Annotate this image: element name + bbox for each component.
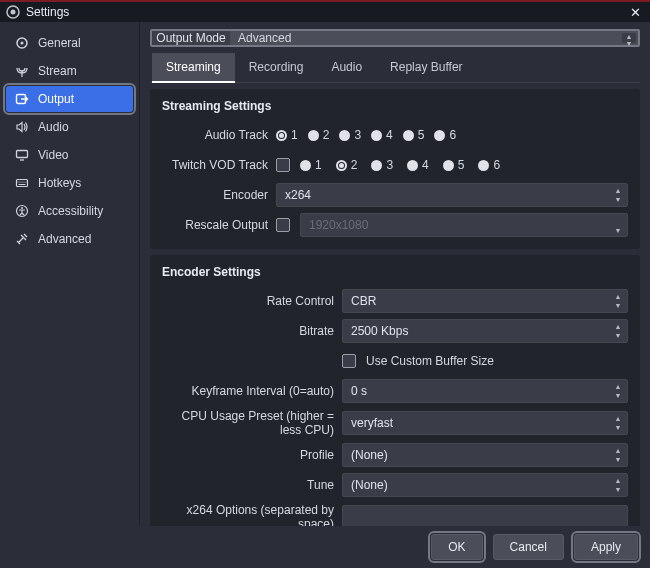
output-mode-value: Advanced (238, 31, 291, 45)
spinner-icon[interactable]: ▲▼ (611, 322, 625, 340)
rescale-row: Rescale Output 1920x1080 ▼ (162, 213, 628, 237)
monitor-icon (14, 148, 30, 162)
twitch-vod-radio-1[interactable]: 1 (300, 158, 322, 172)
speaker-icon (14, 120, 30, 134)
dropdown-stepper-icon[interactable]: ▲▼ (611, 292, 625, 310)
sidebar-item-audio[interactable]: Audio (6, 114, 133, 140)
tab-replay-buffer[interactable]: Replay Buffer (376, 53, 477, 82)
tune-label: Tune (162, 478, 342, 492)
audio-track-radio-3[interactable]: 3 (339, 128, 361, 142)
dropdown-stepper-icon[interactable]: ▲▼ (611, 414, 625, 432)
tune-select[interactable]: (None)▲▼ (342, 473, 628, 497)
tab-recording[interactable]: Recording (235, 53, 318, 82)
bitrate-input[interactable]: 2500 Kbps▲▼ (342, 319, 628, 343)
twitch-vod-radio-3[interactable]: 3 (371, 158, 393, 172)
encoder-row: Encoder x264 ▲▼ (162, 183, 628, 207)
output-mode-select[interactable]: Advanced ▲▼ (230, 31, 638, 45)
spinner-icon[interactable]: ▲▼ (611, 382, 625, 400)
svg-point-1 (11, 10, 16, 15)
sidebar-item-label: Audio (38, 120, 69, 134)
ok-button[interactable]: OK (431, 534, 482, 560)
encoder-select[interactable]: x264 ▲▼ (276, 183, 628, 207)
sidebar-item-advanced[interactable]: Advanced (6, 226, 133, 252)
dropdown-stepper-icon[interactable]: ▲▼ (611, 186, 625, 204)
rescale-checkbox[interactable] (276, 218, 290, 232)
streaming-settings-panel: Streaming Settings Audio Track 1 2 3 4 5… (150, 89, 640, 249)
twitch-vod-radio-6[interactable]: 6 (478, 158, 500, 172)
audio-track-radio-6[interactable]: 6 (434, 128, 456, 142)
audio-track-label: Audio Track (162, 128, 276, 142)
twitch-vod-radio-4[interactable]: 4 (407, 158, 429, 172)
close-icon[interactable]: ✕ (626, 5, 644, 20)
encoder-settings-heading: Encoder Settings (162, 265, 628, 279)
x264-opts-label: x264 Options (separated by space) (162, 503, 342, 526)
keyframe-input[interactable]: 0 s▲▼ (342, 379, 628, 403)
twitch-vod-row: Twitch VOD Track 1 2 3 4 5 6 (162, 153, 628, 177)
window-title: Settings (26, 5, 626, 19)
sidebar-item-general[interactable]: General (6, 30, 133, 56)
svg-point-3 (21, 42, 24, 45)
x264-opts-input[interactable] (342, 505, 628, 526)
profile-label: Profile (162, 448, 342, 462)
svg-point-8 (21, 207, 23, 209)
sidebar-item-label: Video (38, 148, 68, 162)
bitrate-label: Bitrate (162, 324, 342, 338)
audio-track-radio-1[interactable]: 1 (276, 128, 298, 142)
tab-audio[interactable]: Audio (317, 53, 376, 82)
gear-icon (14, 36, 30, 50)
apply-button[interactable]: Apply (574, 534, 638, 560)
sidebar-item-label: General (38, 36, 81, 50)
audio-track-radio-2[interactable]: 2 (308, 128, 330, 142)
dropdown-stepper-icon[interactable]: ▲▼ (611, 476, 625, 494)
sidebar: General Stream Output Audio Video Hotkey… (0, 22, 140, 526)
custom-buffer-checkbox[interactable] (342, 354, 356, 368)
twitch-vod-radio-5[interactable]: 5 (443, 158, 465, 172)
dialog-footer: OK Cancel Apply (0, 526, 650, 568)
titlebar: Settings ✕ (0, 0, 650, 22)
dropdown-stepper-icon[interactable]: ▲▼ (622, 33, 636, 43)
app-icon (6, 5, 20, 19)
output-tabs: Streaming Recording Audio Replay Buffer (150, 53, 640, 83)
output-mode-label: Output Mode (152, 31, 230, 45)
sidebar-item-hotkeys[interactable]: Hotkeys (6, 170, 133, 196)
sidebar-item-video[interactable]: Video (6, 142, 133, 168)
rate-control-label: Rate Control (162, 294, 342, 308)
sidebar-item-label: Hotkeys (38, 176, 81, 190)
custom-buffer-label: Use Custom Buffer Size (366, 354, 494, 368)
svg-rect-5 (17, 151, 28, 158)
audio-track-radios: 1 2 3 4 5 6 (276, 128, 628, 142)
sidebar-item-output[interactable]: Output (6, 86, 133, 112)
sidebar-item-stream[interactable]: Stream (6, 58, 133, 84)
cpu-preset-select[interactable]: veryfast▲▼ (342, 411, 628, 435)
sidebar-item-label: Output (38, 92, 74, 106)
chevron-down-icon[interactable]: ▼ (611, 216, 625, 234)
dropdown-stepper-icon[interactable]: ▲▼ (611, 446, 625, 464)
accessibility-icon (14, 204, 30, 218)
svg-rect-6 (17, 180, 28, 187)
output-mode-row: Output Mode Advanced ▲▼ (150, 29, 640, 47)
twitch-vod-label: Twitch VOD Track (162, 158, 276, 172)
rescale-select[interactable]: 1920x1080 ▼ (300, 213, 628, 237)
cpu-preset-label: CPU Usage Preset (higher = less CPU) (162, 409, 342, 437)
cancel-button[interactable]: Cancel (493, 534, 564, 560)
sidebar-item-label: Advanced (38, 232, 91, 246)
keyboard-icon (14, 176, 30, 190)
encoder-settings-panel: Encoder Settings Rate Control CBR▲▼ Bitr… (150, 255, 640, 526)
tab-streaming[interactable]: Streaming (152, 53, 235, 83)
antenna-icon (14, 64, 30, 78)
rescale-label: Rescale Output (162, 218, 276, 232)
main-panel: Output Mode Advanced ▲▼ Streaming Record… (140, 22, 650, 526)
twitch-vod-field: 1 2 3 4 5 6 (276, 158, 628, 172)
encoder-label: Encoder (162, 188, 276, 202)
rate-control-select[interactable]: CBR▲▼ (342, 289, 628, 313)
audio-track-radio-5[interactable]: 5 (403, 128, 425, 142)
tools-icon (14, 232, 30, 246)
twitch-vod-radio-2[interactable]: 2 (336, 158, 358, 172)
sidebar-item-label: Accessibility (38, 204, 103, 218)
audio-track-radio-4[interactable]: 4 (371, 128, 393, 142)
keyframe-label: Keyframe Interval (0=auto) (162, 384, 342, 398)
profile-select[interactable]: (None)▲▼ (342, 443, 628, 467)
sidebar-item-label: Stream (38, 64, 77, 78)
twitch-vod-checkbox[interactable] (276, 158, 290, 172)
sidebar-item-accessibility[interactable]: Accessibility (6, 198, 133, 224)
